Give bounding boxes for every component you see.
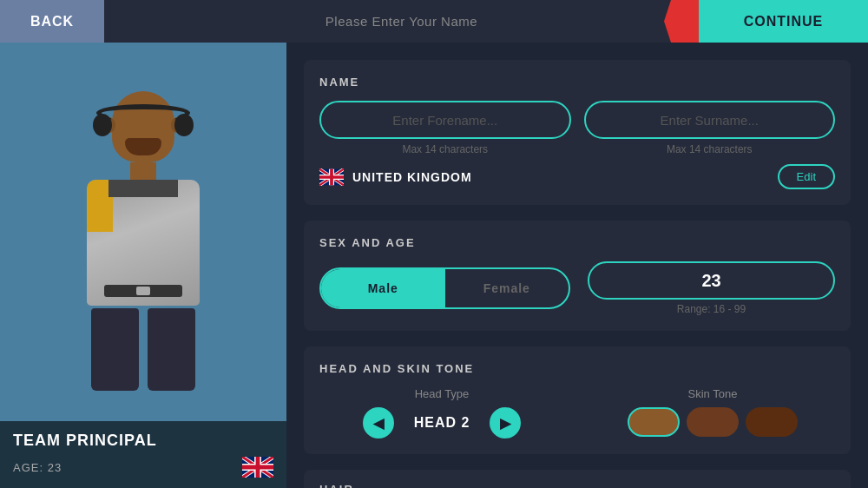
- nationality-row: UNITED KINGDOM Edit: [319, 164, 835, 189]
- sex-male-button[interactable]: Male: [321, 269, 445, 307]
- skin-swatch-3[interactable]: [746, 407, 798, 437]
- forename-group: Max 14 characters: [319, 101, 571, 155]
- age-value-box: 23: [588, 261, 835, 300]
- head-nav: ◀ HEAD 2 ▶: [363, 407, 521, 439]
- character-info-bar: TEAM PRINCIPAL AGE: 23: [0, 421, 286, 488]
- head-skin-title: HEAD AND SKIN TONE: [319, 362, 835, 375]
- left-panel: TEAM PRINCIPAL AGE: 23: [0, 43, 286, 488]
- nationality-label: UNITED KINGDOM: [352, 170, 472, 184]
- head-skin-row: Head Type ◀ HEAD 2 ▶ Skin Tone: [319, 387, 835, 439]
- forename-input[interactable]: [319, 101, 571, 139]
- right-panel: NAME Max 14 characters Max 14 characters: [286, 43, 868, 488]
- hair-title: HAIR: [319, 483, 354, 488]
- continue-button[interactable]: CONTINUE: [699, 0, 868, 43]
- head-type-group: Head Type ◀ HEAD 2 ▶: [319, 387, 564, 439]
- skin-tone-group: Skin Tone: [590, 387, 835, 439]
- surname-input[interactable]: [584, 101, 836, 139]
- head-value: HEAD 2: [407, 415, 477, 431]
- nationality-left: UNITED KINGDOM: [319, 168, 472, 186]
- surname-group: Max 14 characters: [584, 101, 836, 155]
- name-section: NAME Max 14 characters Max 14 characters: [304, 60, 851, 205]
- skin-tone-label: Skin Tone: [688, 387, 738, 400]
- head-prev-button[interactable]: ◀: [363, 407, 394, 439]
- sex-female-button[interactable]: Female: [445, 269, 569, 307]
- character-area: [0, 43, 286, 421]
- head-type-label: Head Type: [415, 387, 470, 400]
- age-value: 23: [701, 271, 720, 291]
- top-bar: BACK Please Enter Your Name CONTINUE: [0, 0, 868, 43]
- age-control: 23 Range: 16 - 99: [588, 261, 835, 315]
- head-next-button[interactable]: ▶: [490, 407, 521, 439]
- nationality-flag-icon: [319, 168, 344, 186]
- name-section-title: NAME: [319, 76, 835, 89]
- head-skin-section: HEAD AND SKIN TONE Head Type ◀ HEAD 2 ▶ …: [304, 346, 851, 454]
- name-prompt-text: Please Enter Your Name: [326, 14, 477, 29]
- sex-age-section: SEX AND AGE Male Female 23 Range: 16 - 9…: [304, 221, 851, 331]
- sex-toggle: Male Female: [319, 267, 570, 309]
- age-display: AGE: 23: [13, 461, 62, 474]
- skin-swatch-1[interactable]: [628, 407, 680, 437]
- name-prompt-area: Please Enter Your Name: [104, 0, 699, 43]
- name-inputs-row: Max 14 characters Max 14 characters: [319, 101, 835, 155]
- hair-section: HAIR: [304, 470, 851, 488]
- surname-char-limit: Max 14 characters: [667, 143, 753, 155]
- uk-flag-icon: [242, 457, 273, 478]
- skin-swatches: [628, 407, 798, 437]
- age-range: Range: 16 - 99: [677, 303, 746, 315]
- role-title: TEAM PRINCIPAL: [13, 432, 273, 450]
- back-button[interactable]: BACK: [0, 0, 104, 43]
- nationality-edit-button[interactable]: Edit: [778, 164, 835, 189]
- forename-char-limit: Max 14 characters: [402, 143, 488, 155]
- red-indicator: [664, 0, 699, 43]
- sex-age-row: Male Female 23 Range: 16 - 99: [319, 261, 835, 315]
- main-content: TEAM PRINCIPAL AGE: 23 NAME: [0, 43, 868, 488]
- sex-age-title: SEX AND AGE: [319, 236, 835, 249]
- skin-swatch-2[interactable]: [687, 407, 739, 437]
- age-flag-row: AGE: 23: [13, 457, 273, 478]
